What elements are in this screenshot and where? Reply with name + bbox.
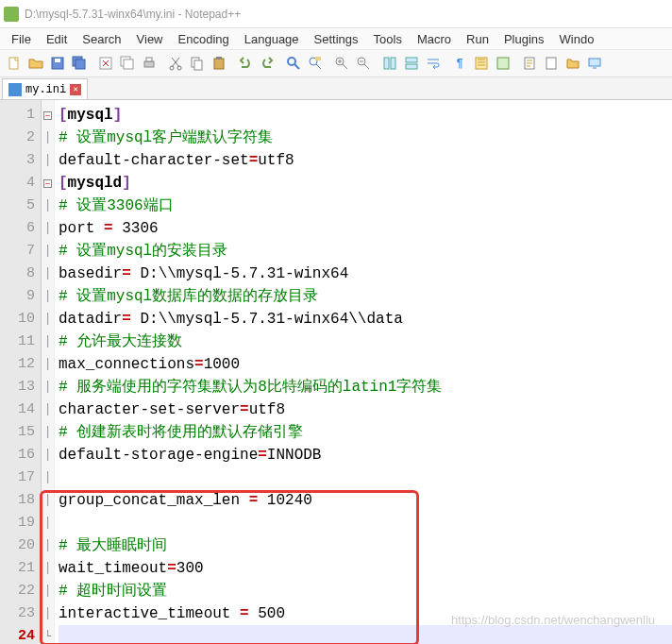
code-line[interactable]: # 设置mysql的安装目录	[59, 240, 672, 263]
code-line[interactable]: # 设置3306端口	[59, 195, 672, 217]
menu-encoding[interactable]: Encoding	[171, 30, 237, 48]
svg-rect-15	[216, 57, 222, 59]
svg-rect-21	[384, 58, 389, 69]
svg-rect-23	[406, 58, 417, 62]
svg-rect-26	[497, 58, 509, 69]
folder-icon[interactable]	[563, 53, 583, 74]
wrap-icon[interactable]	[423, 53, 444, 74]
code-line[interactable]: max_connections=1000	[59, 353, 672, 376]
code-area[interactable]: [mysql]# 设置mysql客户端默认字符集default-characte…	[55, 100, 672, 644]
menu-run[interactable]: Run	[459, 30, 496, 48]
new-file-icon[interactable]	[4, 53, 25, 74]
code-line[interactable]	[59, 512, 672, 534]
zoom-in-icon[interactable]	[331, 53, 352, 74]
code-line[interactable]: basedir= D:\\mysql-5.7.31-winx64	[59, 263, 672, 285]
code-line[interactable]: interactive_timeout = 500	[59, 602, 672, 625]
svg-rect-4	[76, 59, 85, 69]
code-line[interactable]: [mysql]	[59, 104, 672, 127]
code-line[interactable]: port = 3306	[59, 217, 672, 240]
fold-column: −││−│││││││││││││││││││└	[42, 100, 55, 644]
code-line[interactable]	[59, 466, 672, 489]
svg-rect-2	[55, 59, 60, 62]
save-all-icon[interactable]	[69, 53, 90, 74]
code-line[interactable]: [mysqld]	[59, 172, 672, 195]
menu-file[interactable]: File	[4, 30, 39, 48]
svg-rect-13	[194, 60, 202, 70]
titlebar: D:\mysql-5.7.31-winx64\my.ini - Notepad+…	[0, 0, 672, 28]
code-line[interactable]: datadir= D:\\mysql-5.7.31-winx64\\data	[59, 308, 672, 330]
code-line[interactable]: group_concat_max_len = 10240	[59, 489, 672, 512]
show-all-chars-icon[interactable]: ¶	[449, 53, 470, 74]
close-all-icon[interactable]	[117, 53, 138, 74]
tab-close-icon[interactable]: ✕	[70, 84, 81, 95]
lang-icon[interactable]	[493, 53, 513, 74]
svg-rect-0	[9, 58, 18, 69]
menu-tools[interactable]: Tools	[366, 30, 410, 48]
save-icon[interactable]	[47, 53, 68, 74]
code-line[interactable]: # 超时时间设置	[59, 580, 672, 602]
code-line[interactable]: character-set-server=utf8	[59, 398, 672, 421]
code-line[interactable]: # 设置mysql客户端默认字符集	[59, 127, 672, 149]
cut-icon[interactable]	[165, 53, 186, 74]
svg-rect-7	[124, 59, 133, 69]
menubar: File Edit Search View Encoding Language …	[0, 28, 672, 49]
editor[interactable]: 123456789101112131415161718192021222324 …	[0, 100, 672, 644]
copy-icon[interactable]	[187, 53, 208, 74]
code-line[interactable]: default-character-set=utf8	[59, 149, 672, 172]
svg-rect-9	[146, 58, 152, 61]
code-line[interactable]: default-storage-engine=INNODB	[59, 444, 672, 466]
line-gutter: 123456789101112131415161718192021222324	[0, 100, 42, 644]
window-title: D:\mysql-5.7.31-winx64\my.ini - Notepad+…	[25, 8, 241, 21]
print-icon[interactable]	[139, 53, 160, 74]
menu-language[interactable]: Language	[237, 30, 307, 48]
func-list-icon[interactable]	[541, 53, 562, 74]
menu-window[interactable]: Windo	[552, 30, 602, 48]
find-icon[interactable]	[283, 53, 304, 74]
code-line[interactable]: # 允许最大连接数	[59, 330, 672, 353]
menu-macro[interactable]: Macro	[410, 30, 459, 48]
sync-v-icon[interactable]	[379, 53, 400, 74]
svg-rect-28	[546, 58, 556, 69]
paste-icon[interactable]	[209, 53, 229, 74]
menu-edit[interactable]: Edit	[39, 30, 75, 48]
svg-rect-24	[406, 64, 417, 69]
indent-guide-icon[interactable]	[471, 53, 492, 74]
svg-point-16	[288, 58, 295, 65]
monitor-icon[interactable]	[584, 53, 605, 74]
undo-icon[interactable]	[235, 53, 256, 74]
replace-icon[interactable]	[305, 53, 326, 74]
menu-search[interactable]: Search	[75, 30, 128, 48]
app-icon	[4, 7, 19, 22]
redo-icon[interactable]	[257, 53, 277, 74]
code-line[interactable]: # 服务端使用的字符集默认为8比特编码的latin1字符集	[59, 376, 672, 398]
open-file-icon[interactable]	[25, 53, 46, 74]
tabbar: my.ini ✕	[0, 77, 672, 100]
zoom-out-icon[interactable]	[353, 53, 374, 74]
file-tab[interactable]: my.ini ✕	[2, 78, 88, 99]
tab-label: my.ini	[25, 83, 66, 96]
code-line[interactable]: wait_timeout=300	[59, 557, 672, 580]
menu-settings[interactable]: Settings	[307, 30, 366, 48]
code-line[interactable]: # 创建新表时将使用的默认存储引擎	[59, 421, 672, 444]
sync-h-icon[interactable]	[401, 53, 422, 74]
svg-rect-22	[391, 58, 395, 69]
menu-plugins[interactable]: Plugins	[496, 30, 552, 48]
file-icon	[8, 83, 22, 96]
svg-rect-18	[315, 57, 321, 60]
svg-rect-14	[214, 59, 224, 69]
code-line[interactable]: # 设置mysql数据库的数据的存放目录	[59, 285, 672, 308]
close-icon[interactable]	[95, 53, 116, 74]
code-line[interactable]	[59, 625, 672, 644]
svg-rect-29	[589, 59, 600, 66]
doc-map-icon[interactable]	[519, 53, 540, 74]
menu-view[interactable]: View	[129, 30, 171, 48]
svg-rect-8	[144, 61, 154, 67]
code-line[interactable]: # 最大睡眠时间	[59, 534, 672, 557]
toolbar: ¶	[0, 49, 672, 77]
